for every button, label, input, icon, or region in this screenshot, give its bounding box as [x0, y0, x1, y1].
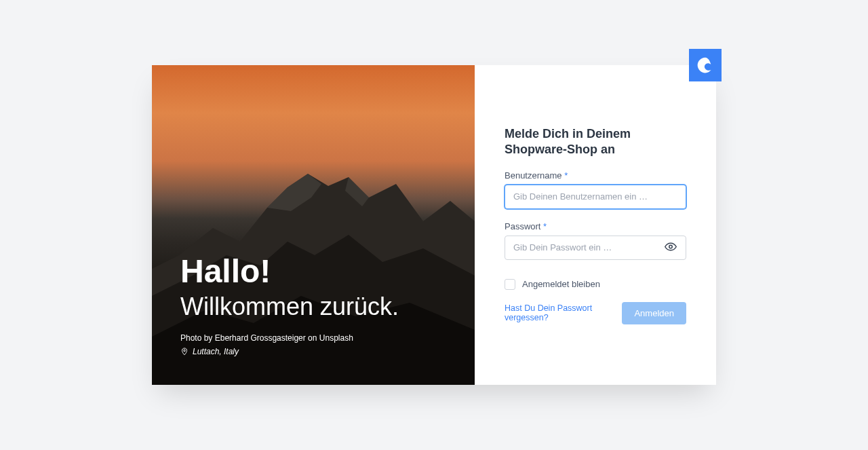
toggle-password-visibility-button[interactable] — [662, 238, 679, 257]
login-card: Hallo! Willkommen zurück. Photo by Eberh… — [152, 65, 716, 385]
brand-badge — [689, 49, 722, 81]
password-field-group: Passwort * — [505, 221, 686, 260]
form-title: Melde Dich in Deinem Shopware-Shop an — [505, 126, 686, 158]
login-form-panel: Melde Dich in Deinem Shopware-Shop an Be… — [475, 65, 716, 385]
svg-point-0 — [184, 350, 186, 352]
password-input-wrap — [505, 236, 686, 260]
remember-label: Angemeldet bleiben — [522, 279, 600, 289]
photo-credit: Photo by Eberhard Grossgasteiger on Unsp… — [180, 333, 446, 343]
required-marker: * — [543, 221, 547, 231]
password-label-text: Passwort — [505, 221, 540, 231]
password-label: Passwort * — [505, 221, 686, 231]
hero-welcome: Willkommen zurück. — [180, 292, 446, 321]
username-field-group: Benutzername * — [505, 170, 686, 209]
shopware-logo-icon — [696, 56, 715, 75]
svg-point-1 — [669, 245, 673, 248]
hero-greeting: Hallo! — [180, 255, 446, 288]
photo-location: Luttach, Italy — [180, 347, 446, 356]
password-input[interactable] — [505, 236, 686, 260]
username-label: Benutzername * — [505, 170, 686, 181]
location-pin-icon — [180, 348, 189, 356]
eye-icon — [665, 240, 677, 252]
forgot-password-link[interactable]: Hast Du Dein Passwort vergessen? — [505, 303, 611, 322]
username-input[interactable] — [505, 185, 686, 209]
actions-row: Hast Du Dein Passwort vergessen? Anmelde… — [505, 302, 686, 324]
required-marker: * — [564, 170, 568, 181]
hero-panel: Hallo! Willkommen zurück. Photo by Eberh… — [152, 65, 475, 385]
remember-checkbox[interactable] — [505, 279, 515, 290]
login-button[interactable]: Anmelden — [622, 302, 686, 324]
username-label-text: Benutzername — [505, 170, 562, 181]
location-text: Luttach, Italy — [193, 347, 239, 356]
remember-row: Angemeldet bleiben — [505, 279, 686, 290]
hero-text: Hallo! Willkommen zurück. Photo by Eberh… — [180, 255, 446, 356]
